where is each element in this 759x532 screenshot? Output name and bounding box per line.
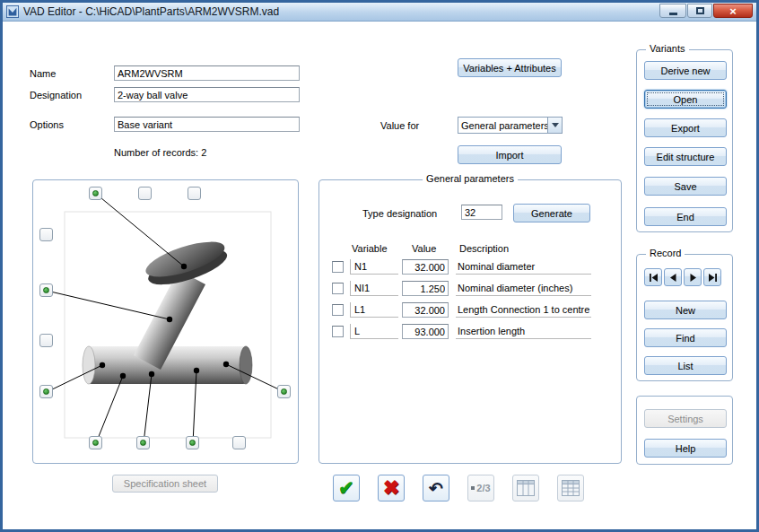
record-group-label: Record (646, 248, 685, 258)
derive-new-button[interactable]: Derive new (644, 61, 727, 80)
record-first-button[interactable] (644, 268, 662, 286)
value-for-selected: General parameters (458, 120, 547, 131)
records-count-text: Number of records: 2 (114, 147, 206, 158)
record-prev-button[interactable] (664, 268, 682, 286)
variable-cell: L1 (350, 302, 398, 318)
value-for-dropdown[interactable]: General parameters (458, 117, 563, 134)
name-input[interactable] (114, 65, 300, 81)
ok-button[interactable]: ✔ (333, 475, 360, 501)
connection-marker-assigned[interactable] (39, 385, 53, 398)
table-grid-icon (562, 480, 580, 496)
connection-marker-assigned[interactable] (136, 436, 150, 449)
undo-button[interactable]: ↶ (423, 475, 449, 501)
minimize-icon (669, 13, 677, 15)
description-cell: Nominal diameter (456, 259, 591, 275)
preview-group (32, 179, 299, 464)
connection-marker-assigned[interactable] (186, 436, 199, 449)
titlebar[interactable]: VAD Editor - C:\HiCAD\PlantParts\ARM2WVS… (3, 3, 756, 22)
description-cell: Insertion length (456, 324, 591, 339)
options-input[interactable] (114, 117, 300, 132)
variables-attributes-button[interactable]: Variables + Attributes (458, 58, 562, 77)
end-button[interactable]: End (644, 207, 727, 226)
dropdown-button[interactable] (547, 118, 562, 133)
export-button[interactable]: Export (644, 118, 727, 137)
check-icon: ✔ (338, 477, 354, 499)
connection-marker-assigned[interactable] (277, 385, 291, 398)
row-checkbox[interactable] (332, 283, 344, 294)
variable-cell: N1 (350, 259, 398, 275)
green-dot-icon (140, 440, 146, 446)
app-icon (6, 5, 19, 18)
generate-button[interactable]: Generate (513, 204, 590, 222)
vad-editor-window: VAD Editor - C:\HiCAD\PlantParts\ARM2WVS… (0, 0, 759, 532)
description-cell: Length Connection 1 to centre (456, 302, 591, 318)
value-input[interactable] (402, 324, 449, 339)
first-record-icon (649, 273, 659, 283)
page-indicator: 2/3 (471, 483, 490, 493)
designation-label: Designation (30, 90, 82, 100)
chevron-down-icon (552, 123, 559, 127)
find-button[interactable]: Find (644, 328, 727, 347)
settings-button[interactable]: Settings (644, 409, 727, 428)
prev-record-icon (668, 273, 678, 283)
edit-structure-button[interactable]: Edit structure (644, 147, 727, 166)
cancel-button[interactable]: ✖ (378, 475, 405, 501)
variable-cell: NI1 (350, 281, 398, 296)
record-group: Record New Find List (636, 254, 733, 381)
green-dot-icon (92, 440, 99, 446)
options-label: Options (30, 119, 64, 130)
row-checkbox[interactable] (332, 326, 344, 337)
table-view-button[interactable] (512, 475, 539, 501)
table-icon (517, 480, 535, 496)
value-input[interactable] (402, 259, 449, 275)
row-checkbox[interactable] (332, 261, 344, 273)
caption-buttons: × (659, 4, 753, 18)
column-header-value: Value (412, 243, 436, 254)
column-header-variable: Variable (352, 243, 388, 254)
bullet-icon (471, 486, 475, 490)
help-button[interactable]: Help (644, 439, 727, 458)
connection-marker-assigned[interactable] (89, 436, 102, 449)
new-record-button[interactable]: New (644, 301, 727, 319)
green-dot-icon (43, 287, 49, 293)
undo-icon: ↶ (429, 478, 443, 499)
close-button[interactable]: × (713, 4, 753, 18)
green-dot-icon (92, 190, 99, 196)
value-for-label: Value for (380, 120, 419, 131)
record-next-button[interactable] (684, 268, 702, 286)
connection-marker-empty[interactable] (138, 187, 152, 200)
save-button[interactable]: Save (644, 177, 727, 196)
list-button[interactable]: List (644, 356, 727, 375)
import-button[interactable]: Import (458, 145, 562, 164)
row-checkbox[interactable] (332, 304, 344, 316)
variants-group: Variants Derive new Open Export Edit str… (636, 49, 733, 232)
column-header-description: Description (459, 243, 509, 254)
connection-marker-empty[interactable] (188, 187, 201, 200)
minimize-button[interactable] (659, 4, 686, 18)
designation-input[interactable] (114, 87, 300, 102)
settings-help-group: Settings Help (636, 396, 733, 465)
record-last-button[interactable] (703, 268, 721, 286)
connection-marker-empty[interactable] (232, 436, 246, 449)
connection-marker-assigned[interactable] (39, 283, 53, 297)
specification-sheet-button[interactable]: Specification sheet (112, 475, 218, 493)
value-input[interactable] (402, 281, 449, 296)
connection-marker-empty[interactable] (39, 334, 53, 347)
type-designation-label: Type designation (362, 208, 437, 219)
open-button[interactable]: Open (644, 90, 727, 109)
connection-marker-empty[interactable] (39, 228, 53, 241)
green-dot-icon (281, 388, 287, 395)
value-input[interactable] (402, 302, 449, 318)
maximize-button[interactable] (687, 4, 712, 18)
connection-marker-assigned[interactable] (89, 187, 102, 200)
name-label: Name (30, 68, 56, 79)
description-cell: Nominal diameter (inches) (456, 281, 591, 296)
green-dot-icon (43, 388, 49, 395)
general-parameters-group: General parameters Type designation Gene… (318, 179, 622, 464)
type-designation-input[interactable] (461, 205, 502, 220)
cross-icon: ✖ (383, 476, 399, 500)
window-title: VAD Editor - C:\HiCAD\PlantParts\ARM2WVS… (23, 5, 279, 18)
page-indicator-button[interactable]: 2/3 (467, 475, 494, 501)
variants-group-label: Variants (646, 43, 689, 54)
table-grid-view-button[interactable] (557, 475, 584, 501)
